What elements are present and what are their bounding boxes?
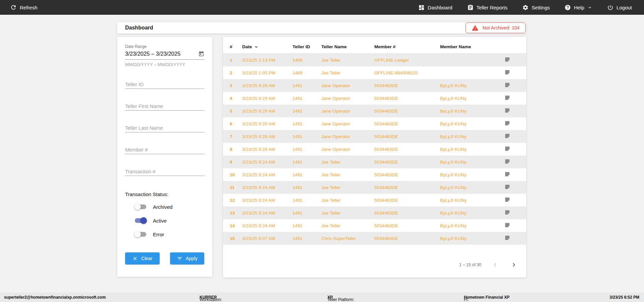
teller-id-input[interactable] [125,80,204,89]
table-row[interactable]: 10 3/23/25 9:24 AM 1491 Joe Teller 50344… [223,168,526,181]
note-icon[interactable] [504,171,510,177]
nav-logout-label: Logout [616,5,632,10]
active-toggle-label: Active [153,218,167,224]
note-cell [500,171,526,178]
note-icon[interactable] [504,159,510,164]
pagination-range-label: 1 – 15 of 30 [459,262,481,267]
previous-page-button[interactable] [490,260,500,270]
not-archived-label: Not Archived: 104 [482,25,520,31]
cell-member-number: 5034463DE [374,134,440,139]
note-icon[interactable] [504,95,510,101]
col-header-teller-id[interactable]: Teller ID [292,44,321,49]
toggle-active[interactable]: Active [135,217,204,225]
apply-button[interactable]: Apply [170,252,205,264]
refresh-button[interactable]: Refresh [10,4,38,11]
cell-date: 3/23/25 9:07 AM [242,236,292,241]
nav-help[interactable]: Help [565,4,592,11]
cell-teller-id: 1491 [292,172,321,177]
cell-member-name: ByLyJI KUNy [440,236,500,241]
note-cell [500,197,526,203]
date-range-field[interactable]: 3/23/2025 – 3/23/2025 [125,51,204,60]
note-icon[interactable] [504,108,510,113]
col-header-date-label: Date [242,44,252,49]
col-header-member-number[interactable]: Member # [374,44,440,49]
cell-teller-name: Jane Operator [321,83,374,88]
cell-teller-id: 1491 [292,236,321,241]
nav-settings[interactable]: Settings [522,4,550,11]
table-header-row: # Date Teller ID Teller Name Member # Me… [223,37,526,54]
cell-teller-name: Joe Teller [321,198,374,203]
note-icon[interactable] [504,120,510,126]
toggle-error[interactable]: Error [135,230,204,238]
cell-member-name: ByLyJI KUNy [440,121,500,126]
status-bar: superteller2@hometownfinancialxp.onmicro… [0,293,644,302]
nav-logout[interactable]: Logout [607,4,632,11]
table-row[interactable]: 1 3/23/25 2:13 PM 1489 Joe Teller OFFLIN… [223,54,526,66]
teller-first-name-input[interactable] [125,102,204,111]
table-row[interactable]: 3 3/23/25 9:29 AM 1491 Jane Operator 503… [223,79,526,92]
cell-date: 3/23/25 9:29 AM [242,96,292,101]
table-row[interactable]: 11 3/23/25 9:24 AM 1491 Joe Teller 50344… [223,181,526,194]
note-icon[interactable] [504,133,510,139]
table-row[interactable]: 7 3/23/25 9:29 AM 1491 Jane Operator 503… [223,130,526,143]
table-body: 1 3/23/25 2:13 PM 1489 Joe Teller OFFLIN… [223,54,526,245]
col-header-member-name[interactable]: Member Name [440,44,500,49]
archived-switch[interactable] [135,204,146,209]
table-row[interactable]: 6 3/23/25 9:29 AM 1491 Jane Operator 503… [223,117,526,130]
platform-label: Teller Platform: [327,297,354,302]
toggle-archived[interactable]: Archived [135,203,204,211]
cell-member-number: 5034463DE [374,223,440,228]
cell-teller-id: 1489 [292,70,321,75]
note-icon[interactable] [504,57,510,62]
date-range-value: 3/23/2025 – 3/23/2025 [125,51,180,57]
next-page-button[interactable] [509,260,519,270]
cell-member-name: ByLyJI KUNy [440,134,500,139]
clear-button[interactable]: Clear [125,252,160,264]
table-row[interactable]: 9 3/23/25 9:24 AM 1491 Joe Teller 503446… [223,156,526,168]
note-icon[interactable] [504,209,510,215]
table-row[interactable]: 15 3/23/25 9:07 AM 1491 Chris SuperTelle… [223,232,526,245]
col-header-date[interactable]: Date [242,44,292,50]
cell-row-number: 13 [230,210,242,216]
note-cell [500,120,526,127]
note-icon[interactable] [504,82,510,88]
table-row[interactable]: 2 3/23/25 1:05 PM 1489 Joe Teller OFFLIN… [223,66,526,79]
note-icon[interactable] [504,69,510,75]
teller-last-name-input[interactable] [125,123,204,132]
not-archived-badge[interactable]: Not Archived: 104 [466,22,526,33]
member-number-input[interactable] [125,145,204,154]
table-row[interactable]: 14 3/23/25 9:24 AM 1491 Joe Teller 50344… [223,219,526,232]
table-row[interactable]: 4 3/23/25 9:29 AM 1491 Jane Operator 503… [223,92,526,105]
col-header-teller-name[interactable]: Teller Name [321,44,374,49]
note-icon[interactable] [504,222,510,228]
cell-date: 3/23/25 9:24 AM [242,198,292,203]
note-cell [500,209,526,216]
note-icon[interactable] [504,235,510,241]
archived-toggle-label: Archived [153,204,172,210]
cell-row-number: 12 [230,198,242,203]
note-cell [500,222,526,229]
logged-in-user: superteller2@hometownfinancialxp.onmicro… [4,295,106,300]
cell-date: 3/23/25 9:29 AM [242,83,292,88]
cell-member-number: 5034463DE [374,210,440,216]
cell-date: 3/23/25 9:24 AM [242,210,292,216]
active-switch[interactable] [135,218,146,223]
error-switch[interactable] [135,232,146,237]
table-row[interactable]: 5 3/23/25 9:29 AM 1491 Jane Operator 503… [223,105,526,117]
transaction-number-input[interactable] [125,167,204,176]
col-header-number[interactable]: # [230,44,242,49]
note-icon[interactable] [504,146,510,152]
cell-row-number: 1 [230,58,242,63]
cell-member-number: 5034463DE [374,147,440,152]
table-row[interactable]: 13 3/23/25 9:24 AM 1491 Joe Teller 50344… [223,206,526,219]
table-row[interactable]: 12 3/23/25 9:24 AM 1491 Joe Teller 50344… [223,194,526,206]
table-row[interactable]: 8 3/23/25 9:29 AM 1491 Jane Operator 503… [223,143,526,156]
calendar-icon[interactable] [198,51,204,57]
note-icon[interactable] [504,184,510,190]
note-cell [500,133,526,140]
content-container: Dashboard Not Archived: 104 Date Range 3… [117,0,526,302]
transactions-table-card: # Date Teller ID Teller Name Member # Me… [223,37,526,278]
cell-date: 3/23/25 9:29 AM [242,147,292,152]
teller-platform-status: Teller Platform: XP [327,295,333,300]
note-icon[interactable] [504,197,510,202]
